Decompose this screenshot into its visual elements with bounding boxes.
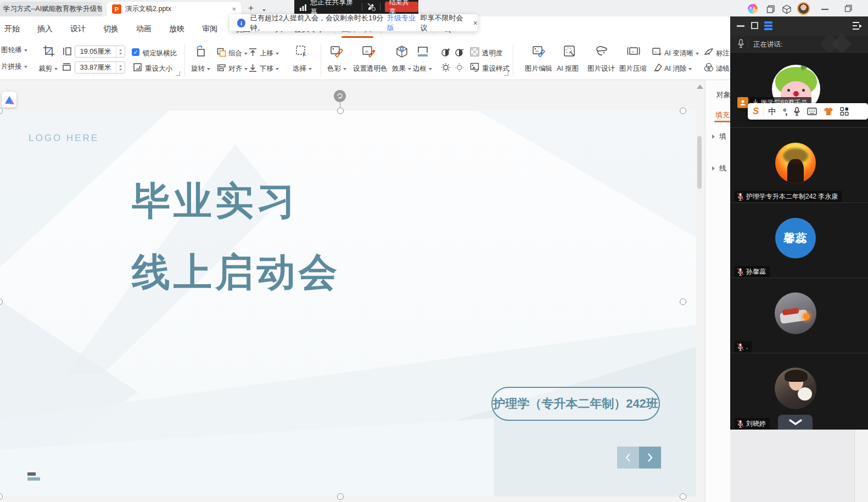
multi-window-icon[interactable] xyxy=(766,5,775,14)
crop-button[interactable]: 裁剪 xyxy=(38,64,58,74)
group-button[interactable]: 组合 xyxy=(228,49,248,58)
ime-mode-chinese[interactable]: 中 xyxy=(768,106,776,117)
ime-mic-icon[interactable] xyxy=(793,107,800,116)
reset-size-icon xyxy=(133,63,142,72)
border-button[interactable]: 边框 xyxy=(413,64,432,74)
scroll-up-arrow[interactable] xyxy=(697,81,703,89)
rotate-handle[interactable] xyxy=(334,90,346,102)
collapse-panel-icon[interactable] xyxy=(852,21,863,31)
resize-handle-bottom[interactable] xyxy=(337,493,344,500)
ai-matting-button[interactable]: AI 抠图 xyxy=(557,64,579,74)
annotate-button[interactable]: 标注 xyxy=(716,49,730,58)
align-button[interactable]: 对齐 xyxy=(228,64,248,74)
end-share-button[interactable]: 结束共享 xyxy=(385,2,418,12)
transparency-button[interactable]: 透明度 xyxy=(482,49,503,58)
select-button[interactable]: 选择 xyxy=(293,64,312,74)
class-badge[interactable]: 护理学（专升本二年制）242班 xyxy=(491,387,660,421)
move-down-button[interactable]: 下移 xyxy=(260,64,279,74)
color-button[interactable]: 色彩 xyxy=(327,64,346,74)
picture-edit-button[interactable]: 图片编辑 xyxy=(525,64,552,74)
collapse-videos-button[interactable] xyxy=(778,415,813,430)
microphone-icon xyxy=(737,39,744,49)
wps-ai-floating-button[interactable] xyxy=(2,92,16,108)
menu-insert[interactable]: 插入 xyxy=(37,24,53,34)
lock-aspect-label[interactable]: 锁定纵横比 xyxy=(143,49,177,58)
panel-tab-fill[interactable]: 填充 xyxy=(715,110,730,120)
participant-tile[interactable]: 馨蕊 孙馨蕊 xyxy=(730,202,868,278)
panel-section-line[interactable]: 线 xyxy=(712,163,726,173)
brightness-down-icon[interactable] xyxy=(455,63,464,72)
ime-punctuation-icon[interactable]: °, xyxy=(783,107,786,116)
menu-slideshow[interactable]: 放映 xyxy=(169,24,184,34)
slide-logo-text[interactable]: LOGO HERE xyxy=(29,133,99,144)
slide[interactable]: LOGO HERE 毕业实习 线上启动会 护理学（专升本二年制）242班 xyxy=(0,111,696,497)
menu-animation[interactable]: 动画 xyxy=(136,24,152,34)
crop-icon[interactable] xyxy=(43,45,55,57)
wps-ai-logo-accent xyxy=(10,100,14,104)
tab-active-document[interactable]: P 演示文稿2.pptx × xyxy=(107,2,242,16)
meeting-restore-icon[interactable] xyxy=(751,22,758,29)
set-transparent-color-button[interactable]: 设置透明色 xyxy=(353,64,388,74)
filter-button[interactable]: 滤镜 xyxy=(716,64,730,74)
participant-tile[interactable]: . xyxy=(730,278,868,353)
resize-handle-right[interactable] xyxy=(680,298,686,305)
reset-size-button[interactable]: 重设大小 xyxy=(145,64,172,74)
slide-title-line1[interactable]: 毕业实习 xyxy=(132,176,299,227)
minimize-window-icon[interactable] xyxy=(821,9,828,10)
watermark-diamond xyxy=(832,34,852,54)
close-tab-icon[interactable]: × xyxy=(232,5,236,13)
restore-window-icon[interactable] xyxy=(844,4,853,13)
resize-handle-top-right[interactable] xyxy=(680,108,686,114)
picture-compress-button[interactable]: 图片压缩 xyxy=(619,64,647,74)
ime-status-person-icon[interactable] xyxy=(737,97,748,108)
width-stepper[interactable]: ▲▼ xyxy=(116,62,125,73)
panel-tab-object[interactable]: 对象 xyxy=(716,90,731,100)
prev-slide-arrow-button[interactable] xyxy=(617,447,639,469)
ime-keyboard-icon[interactable] xyxy=(807,108,817,115)
participant-tile[interactable]: 护理学专升本二年制242 李永康 xyxy=(730,127,868,202)
menu-review[interactable]: 审阅 xyxy=(202,24,217,34)
panel-section-fill[interactable]: 填 xyxy=(712,132,726,142)
picture-design-button[interactable]: 图片设计 xyxy=(587,64,615,74)
sogou-logo-icon[interactable]: S xyxy=(753,106,759,117)
ai-erase-button[interactable]: AI 消除 xyxy=(664,64,692,74)
menu-transition[interactable]: 切换 xyxy=(103,24,119,34)
ai-clarify-button[interactable]: AI 变清晰 xyxy=(664,49,699,58)
slide-title-line2[interactable]: 线上启动会 xyxy=(132,247,340,298)
meeting-layout-icon[interactable] xyxy=(764,21,772,30)
width-field[interactable]: 33.87厘米▲▼ xyxy=(75,61,125,74)
height-icon xyxy=(63,47,72,55)
participant-tile[interactable]: 刘晓婷 xyxy=(730,353,868,430)
ime-skin-shirt-icon[interactable] xyxy=(824,107,833,116)
ime-toolbox-grid-icon[interactable] xyxy=(840,107,849,116)
image-stitch-button[interactable]: 片拼接 xyxy=(1,62,27,71)
contrast-up-icon[interactable] xyxy=(441,47,451,57)
3d-box-icon[interactable] xyxy=(782,4,792,14)
contrast-down-icon[interactable] xyxy=(455,47,464,57)
resize-handle-bottom-right[interactable] xyxy=(680,493,686,500)
upgrade-pro-link[interactable]: 升级专业版 xyxy=(387,13,420,33)
annotation-pen-disabled-icon[interactable] xyxy=(367,2,376,12)
height-field[interactable]: 19.05厘米▲▼ xyxy=(75,46,125,58)
lock-aspect-checkbox[interactable]: ✓ xyxy=(132,48,139,56)
close-toast-icon[interactable]: × xyxy=(473,19,478,27)
assistant-icon[interactable] xyxy=(748,4,758,14)
brightness-up-icon[interactable] xyxy=(441,63,451,72)
rotate-button[interactable]: 旋转 xyxy=(191,64,210,74)
group-expander-icon[interactable] xyxy=(176,71,180,76)
image-carousel-button[interactable]: 图轮播 xyxy=(1,46,27,55)
group-expander-icon[interactable] xyxy=(504,71,508,76)
new-tab-button[interactable]: + xyxy=(248,3,254,14)
effects-button[interactable]: 效果 xyxy=(392,64,411,74)
meeting-minimize-icon[interactable] xyxy=(737,25,744,27)
move-up-button[interactable]: 上移 xyxy=(260,49,279,58)
menu-home[interactable]: 开始 xyxy=(4,24,20,34)
tab-other-document[interactable]: 学习方式--AI赋能教育教学升级智能 xyxy=(0,2,102,16)
participant-name: 刘晓婷 xyxy=(746,419,766,428)
user-avatar[interactable] xyxy=(797,2,810,15)
menu-design[interactable]: 设计 xyxy=(70,24,86,34)
vertical-scrollbar-thumb[interactable] xyxy=(697,136,702,189)
height-stepper[interactable]: ▲▼ xyxy=(116,46,125,57)
next-slide-arrow-button[interactable] xyxy=(639,447,661,469)
resize-handle-top[interactable] xyxy=(337,108,344,114)
